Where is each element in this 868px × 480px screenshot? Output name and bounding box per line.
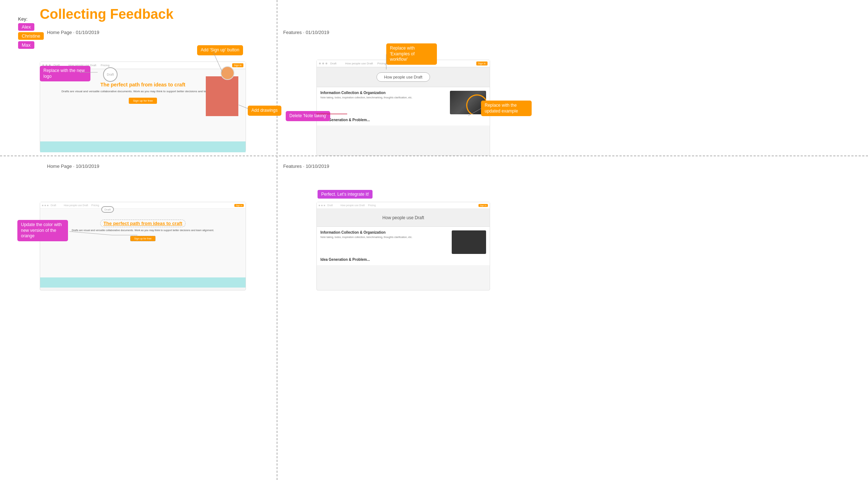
section-label-bottom-right: Features · 10/10/2019 [283, 163, 329, 169]
logo-circle-tl: Draft [103, 67, 118, 82]
key-alex: Alex [18, 23, 34, 31]
feature-title-1-tr: Information Collection & Organization [320, 91, 446, 95]
browser-dot-tr-3 [326, 63, 327, 64]
hero-cta-bl: Sign up for free [130, 236, 156, 241]
footer-bar-tl [40, 141, 246, 152]
features-content-tr: Information Collection & Organization No… [317, 87, 490, 126]
vertical-divider [277, 0, 277, 480]
section-label-bottom-left: Home Page · 10/10/2019 [47, 163, 99, 169]
annotation-replace-logo: Replace with the new logo [40, 66, 90, 81]
feature-row-1-tr: Information Collection & Organization No… [320, 91, 486, 114]
feature-text-1-tr: Information Collection & Organization No… [320, 91, 446, 99]
feature-title-2-tr: Idea Generation & Problem... [320, 118, 486, 122]
annotation-replace-examples: Replace with 'Examples of workflow' [386, 43, 437, 65]
nav-logo-br: Draft [327, 204, 333, 207]
features-header-tr: How people use Draft [317, 67, 490, 87]
browser-toolbar-br: Draft How people use Draft Pricing Sign … [317, 202, 490, 209]
annotation-update-color: Update the color with new version of the… [17, 220, 68, 241]
feature-desc-1-tr: Note taking, todos, inspiration collecti… [320, 96, 446, 99]
features-top-right: Draft How people use Draft Pricing Sign … [316, 60, 490, 156]
browser-dot-tr-2 [322, 63, 324, 64]
hero-section-bl: The perfect path from ideas to craft Dra… [40, 209, 246, 277]
dot-bl-3 [47, 205, 48, 206]
section-label-top-left: Home Page · 01/10/2019 [47, 30, 99, 35]
page-title: Collecting Feedback [40, 7, 174, 22]
nav-link-1-br: How people use Draft [340, 204, 365, 207]
hero-cta-tl: Sign up for free [129, 98, 157, 104]
key-label: Key: [18, 16, 44, 22]
annotation-delete-note: Delete 'Note taking' [286, 111, 330, 121]
nav-signin-bl: Sign in [234, 204, 244, 207]
annotation-perfect: Perfect. Let's integrate it! [318, 190, 373, 199]
hero-title-bl: The perfect path from ideas to craft [100, 220, 186, 227]
horizontal-divider [0, 156, 868, 156]
feature-row-1-br: Information Collection & Organization No… [320, 230, 486, 254]
logo-circle-bl: Draft [101, 206, 114, 213]
hero-sub-bl: Drafts are visual and versatile collabor… [47, 229, 239, 231]
feature-text-1-br: Information Collection & Organization No… [320, 230, 448, 238]
browser-dot-tr-1 [319, 63, 321, 64]
signup-circle-tl [221, 66, 234, 80]
dot-bl-2 [44, 205, 46, 206]
nav-logo-bl: Draft [51, 204, 56, 207]
nav-link-2-bl: Pricing [92, 204, 99, 207]
key-max: Max [18, 41, 34, 49]
dot-br-3 [324, 205, 325, 206]
features-content-br: Information Collection & Organization No… [317, 227, 490, 265]
annotation-add-signup: Add 'Sign up' button [197, 45, 243, 55]
features-bottom-right: Draft How people use Draft Pricing Sign … [316, 202, 490, 290]
nav-link-2-tl: Pricing [101, 64, 109, 67]
feature-image-1-br [452, 230, 486, 254]
nav-signin-tl: Sign in [232, 63, 243, 67]
features-header-label-br: How people use Draft [382, 215, 424, 220]
hero-image-tl [206, 76, 238, 116]
dot-br-2 [321, 205, 323, 206]
features-header-br: How people use Draft [317, 209, 490, 227]
key-section: Key: Alex Christine Max [18, 16, 44, 50]
features-header-text-tr: How people use Draft [376, 72, 430, 82]
nav-link-1-tr: How people use Draft [345, 62, 373, 65]
annotation-add-drawings: Add drawings [248, 106, 281, 116]
nav-link-2-br: Pricing [368, 204, 376, 207]
logo-text-tl: Draft [107, 73, 114, 76]
key-christine: Christine [18, 32, 44, 40]
dot-br-1 [319, 205, 320, 206]
browser-toolbar-bl: Draft How people use Draft Pricing Sign … [40, 202, 246, 209]
nav-logo-tr: Draft [330, 62, 336, 65]
nav-signin-br: Sign in [478, 204, 488, 207]
logo-text-bl: Draft [105, 208, 111, 211]
footer-bar-bl [40, 277, 246, 288]
homepage-bottom-left: Draft How people use Draft Pricing Sign … [40, 202, 246, 290]
nav-link-2-tr: Pricing [377, 62, 386, 65]
feature-title-2-br: Idea Generation & Problem... [320, 258, 486, 262]
dot-bl-1 [42, 205, 43, 206]
feature-title-1-br: Information Collection & Organization [320, 230, 448, 234]
section-label-top-right: Features · 01/10/2019 [283, 30, 329, 35]
nav-signin-tr: Sign in [476, 61, 488, 65]
features-header-label-tr: How people use Draft [384, 75, 422, 79]
nav-link-1-bl: How people use Draft [64, 204, 88, 207]
feature-image-1-tr [450, 91, 486, 114]
annotation-replace-updated: Replace with the updated example [481, 101, 532, 116]
feature-desc-1-br: Note taking, todos, inspiration collecti… [320, 236, 448, 238]
